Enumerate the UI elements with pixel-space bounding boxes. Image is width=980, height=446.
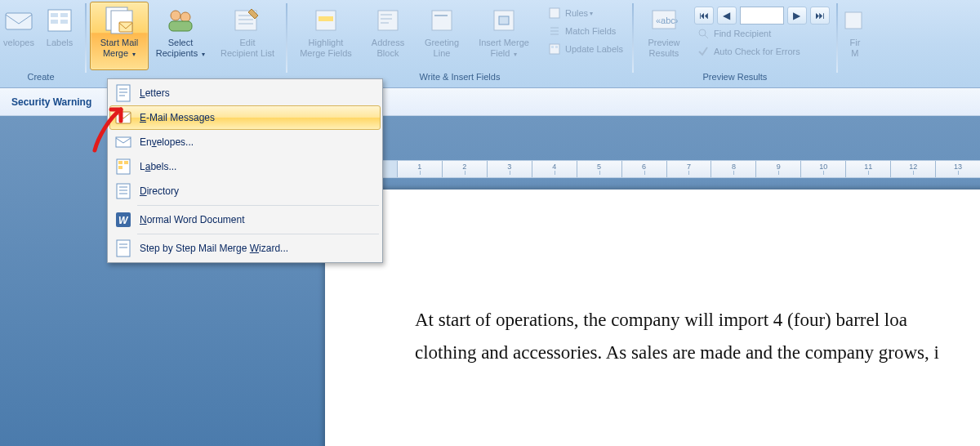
dropdown-item-normal-document[interactable]: W Normal Word Document — [109, 207, 381, 232]
rules-button[interactable]: Rules ▾ — [542, 4, 629, 22]
svg-rect-27 — [117, 85, 130, 101]
dropdown-item-wizard[interactable]: Step by Step Mail Merge Wizard... — [109, 236, 381, 261]
rules-icon — [548, 7, 561, 20]
nav-next-button[interactable]: ▶ — [787, 7, 807, 25]
ruler-unit: 4 — [532, 161, 577, 177]
chevron-down-icon: ▾ — [514, 51, 517, 58]
svg-rect-26 — [845, 12, 862, 29]
dropdown-label: Envelopes... — [140, 136, 194, 148]
select-recipients-button[interactable]: SelectRecipients ▾ — [149, 2, 212, 70]
dropdown-separator — [137, 205, 379, 206]
nav-last-button[interactable]: ⏭ — [810, 7, 830, 25]
svg-point-10 — [180, 12, 190, 22]
dropdown-label: Step by Step Mail Merge Wizard... — [140, 243, 288, 254]
match-fields-icon — [548, 25, 561, 38]
match-fields-button[interactable]: Match Fields — [542, 22, 629, 40]
preview-results-button[interactable]: «abc» PreviewResults — [637, 2, 691, 70]
update-labels-button[interactable]: Update Labels — [542, 40, 629, 58]
ruler-unit: 1 — [397, 161, 442, 177]
rules-label: Rules — [565, 8, 588, 18]
svg-rect-8 — [119, 22, 132, 32]
match-fields-label: Match Fields — [565, 26, 616, 36]
record-number-input[interactable] — [740, 7, 784, 25]
nav-prev-button[interactable]: ◀ — [717, 7, 737, 25]
edit-recipient-list-button[interactable]: EditRecipient List — [212, 2, 283, 70]
dropdown-separator — [137, 234, 379, 234]
svg-rect-29 — [116, 137, 131, 147]
dropdown-label: Letters — [140, 87, 170, 99]
ruler-unit: 3 — [487, 161, 532, 177]
chevron-down-icon: ▾ — [202, 51, 205, 58]
horizontal-ruler[interactable]: 12345678910111213 — [325, 160, 980, 178]
group-start-mail-merge: Start MailMerge ▾ SelectRecipients ▾ Edi… — [87, 0, 286, 87]
search-icon — [697, 27, 710, 40]
highlight-label: HighlightMerge Fields — [300, 38, 352, 59]
labels-icon — [43, 5, 76, 36]
record-navigator: ⏮ ◀ ▶ ⏭ — [691, 2, 833, 25]
svg-rect-11 — [169, 21, 192, 31]
svg-rect-16 — [432, 11, 452, 30]
dropdown-label: Labels... — [140, 161, 176, 172]
select-recipients-label: SelectRecipients ▾ — [156, 38, 205, 60]
check-icon — [697, 45, 710, 58]
email-icon — [112, 107, 135, 128]
ruler-unit: 5 — [577, 161, 621, 177]
greeting-line-label: GreetingLine — [425, 38, 459, 59]
svg-rect-33 — [118, 166, 122, 169]
dropdown-item-envelopes[interactable]: Envelopes... — [109, 130, 381, 154]
update-labels-icon — [548, 42, 561, 56]
svg-rect-3 — [60, 13, 68, 17]
document-page[interactable]: At start of operations, the company will… — [325, 190, 980, 446]
greeting-icon — [425, 5, 458, 36]
nav-first-button[interactable]: ⏮ — [694, 7, 714, 25]
svg-rect-15 — [378, 11, 398, 30]
address-block-button[interactable]: AddressBlock — [361, 2, 415, 70]
ruler-unit: 9 — [755, 161, 800, 177]
security-warning-text: Security Warning — [11, 96, 91, 108]
svg-rect-2 — [51, 13, 58, 17]
letter-icon — [112, 83, 135, 104]
group-label-create: Create — [0, 70, 82, 84]
insert-merge-field-label: Insert MergeField ▾ — [479, 38, 529, 60]
auto-check-errors-button[interactable]: Auto Check for Errors — [691, 42, 833, 60]
finish-icon — [839, 5, 871, 36]
svg-rect-28 — [116, 112, 131, 123]
group-label-preview: Preview Results — [637, 70, 833, 84]
svg-rect-18 — [499, 16, 509, 25]
svg-rect-32 — [124, 161, 128, 164]
address-block-icon — [372, 5, 404, 36]
finish-merge-button[interactable]: FirM — [841, 2, 869, 70]
ruler-unit: 10 — [800, 161, 845, 177]
find-recipient-button[interactable]: Find Recipient — [691, 25, 833, 42]
labels-label: Labels — [47, 38, 73, 48]
dropdown-item-directory[interactable]: Directory — [109, 179, 381, 203]
svg-rect-19 — [550, 8, 559, 18]
svg-rect-22 — [555, 46, 558, 48]
wizard-icon — [112, 238, 135, 259]
svg-rect-34 — [117, 184, 130, 198]
update-labels-label: Update Labels — [565, 44, 623, 54]
svg-point-25 — [699, 29, 706, 36]
ruler-unit: 13 — [935, 161, 980, 177]
auto-check-label: Auto Check for Errors — [714, 47, 800, 56]
envelope-icon — [112, 132, 135, 153]
dropdown-item-letters[interactable]: Letters — [109, 81, 381, 105]
dropdown-item-labels[interactable]: Labels... — [109, 154, 381, 179]
ruler-unit: 11 — [845, 161, 890, 177]
svg-rect-21 — [551, 46, 554, 48]
envelopes-button[interactable]: velopes — [0, 2, 38, 70]
labels-button[interactable]: Labels — [38, 2, 82, 70]
group-write-insert: HighlightMerge Fields AddressBlock Greet… — [287, 0, 632, 87]
svg-rect-0 — [6, 13, 32, 29]
highlight-merge-fields-button[interactable]: HighlightMerge Fields — [291, 2, 361, 70]
insert-merge-field-button[interactable]: Insert MergeField ▾ — [469, 2, 539, 70]
dropdown-label: E-Mail Messages — [140, 112, 215, 123]
dropdown-item-email-messages[interactable]: E-Mail Messages — [109, 105, 381, 130]
preview-icon: «abc» — [648, 5, 680, 36]
directory-icon — [112, 181, 135, 202]
document-paragraph: At start of operations, the company will… — [415, 304, 980, 337]
greeting-line-button[interactable]: GreetingLine — [415, 2, 469, 70]
start-mail-merge-label: Start MailMerge ▾ — [100, 38, 138, 60]
start-mail-merge-button[interactable]: Start MailMerge ▾ — [90, 2, 149, 70]
ruler-unit: 6 — [621, 161, 666, 177]
